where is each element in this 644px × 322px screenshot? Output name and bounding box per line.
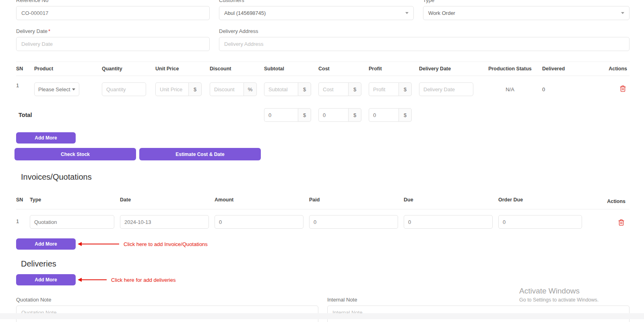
col-header-delivered: Delivered [542,66,594,72]
currency-addon: $ [348,82,361,96]
add-more-item-button[interactable]: Add More [16,132,76,144]
col-header-quantity: Quantity [102,66,155,72]
invoice-order-due-input[interactable] [498,215,582,229]
currency-addon: $ [298,82,311,96]
col-header-subtotal: Subtotal [264,66,318,72]
delivery-date-label-text: Delivery Date [16,28,47,34]
currency-addon: $ [398,82,412,96]
order-form-page: Reference No Customers Abul (145698745) … [0,0,644,319]
invoice-due-input[interactable] [404,215,493,229]
invoices-annotation-text: Click here to add Invoice/Quotations [124,241,208,247]
invoice-due-cell [404,215,498,229]
currency-addon: $ [188,82,202,96]
items-add-more-row: Add More [16,132,630,144]
red-arrow-line [82,244,119,245]
invoice-amount-input[interactable] [215,215,303,229]
col-header-order-due: Order Due [498,197,588,203]
delivery-date-field-group: Delivery Date* [16,28,210,51]
add-more-invoice-button[interactable]: Add More [16,238,76,250]
invoices-table: SN Type Date Amount Paid Due Order Due A… [16,191,630,231]
invoices-add-more-row: Add More Click here to add Invoice/Quota… [16,238,630,250]
invoice-date-cell [120,215,215,229]
invoice-actions-cell [588,215,630,228]
total-profit-cell: $ [369,108,419,122]
delivery-address-field-group: Delivery Address [219,28,630,51]
total-subtotal-input[interactable] [264,108,298,122]
discount-input[interactable] [210,82,244,96]
profit-input[interactable] [369,82,398,96]
col-header-due: Due [404,197,498,203]
delete-item-button[interactable] [619,84,627,94]
stock-buttons-row: Check Stock Estimate Cost & Date [14,148,630,160]
invoice-type-input[interactable] [30,215,114,229]
product-select[interactable]: Please Select [34,82,79,96]
col-header-actions: Actions [588,195,630,204]
reference-no-field-group: Reference No [16,0,210,20]
required-asterisk: * [48,28,50,34]
total-cost-cell: $ [318,108,369,122]
totals-spacer: Total [16,111,264,119]
trash-icon [618,219,625,226]
quantity-input[interactable] [102,82,146,96]
deliveries-title: Deliveries [21,259,630,269]
currency-addon: $ [298,108,311,122]
col-header-profit: Profit [369,66,419,72]
header-fields-row-1: Reference No Customers Abul (145698745) … [16,0,630,20]
production-status-value: N/A [478,86,542,92]
col-header-product: Product [34,66,102,72]
col-header-cost: Cost [318,66,369,72]
unit-price-input[interactable] [155,82,188,96]
invoices-quotations-title: Invoices/Quotations [21,172,630,182]
col-header-amount: Amount [215,197,309,203]
invoice-paid-input[interactable] [309,215,398,229]
item-delivery-date-input[interactable] [419,82,473,96]
item-delivery-date-cell [419,82,478,96]
invoices-table-header: SN Type Date Amount Paid Due Order Due A… [16,191,630,209]
customers-field-group: Customers Abul (145698745) [219,0,414,20]
col-header-actions: Actions [594,66,630,72]
col-header-discount: Discount [210,66,264,72]
col-header-paid: Paid [309,197,404,203]
deliveries-annotation-text: Click here for add deliveries [111,277,175,283]
col-header-type: Type [30,197,120,203]
currency-addon: $ [398,108,412,122]
estimate-cost-date-button[interactable]: Estimate Cost & Date [139,148,261,160]
item-unit-price-cell: $ [155,82,210,96]
type-label: Type [423,0,630,3]
total-cost-input[interactable] [318,108,348,122]
type-selected-value: Work Order [428,10,455,16]
delete-invoice-button[interactable] [617,218,625,228]
check-stock-button[interactable]: Check Stock [14,148,136,160]
quotation-note-label: Quotation Note [16,297,318,303]
customers-selected-value: Abul (145698745) [224,10,266,16]
item-product-cell: Please Select [34,82,102,96]
delivered-value: 0 [542,86,594,92]
type-select[interactable]: Work Order [423,6,630,20]
header-fields-row-2: Delivery Date* Delivery Address [16,28,630,51]
invoice-type-cell [30,215,120,229]
delivery-date-input[interactable] [16,37,210,51]
chevron-down-icon [405,12,409,14]
total-label: Total [16,112,32,118]
page-bottom-edge [0,313,644,319]
order-items-table: SN Product Quantity Unit Price Discount … [16,62,630,122]
col-header-sn: SN [16,66,34,72]
col-header-unit-price: Unit Price [155,66,210,72]
col-header-production-status: Production Status [478,66,542,72]
chevron-down-icon [621,12,624,14]
col-header-date: Date [120,197,215,203]
subtotal-input[interactable] [264,82,298,96]
item-cost-cell: $ [318,82,369,96]
cost-input[interactable] [318,82,348,96]
item-sn: 1 [16,82,34,88]
customers-select[interactable]: Abul (145698745) [219,6,414,20]
reference-no-input[interactable] [16,6,210,20]
type-field-group: Type Work Order [423,0,630,20]
delivery-address-input[interactable] [219,37,630,51]
trash-icon [619,85,626,92]
internal-note-label: Internal Note [327,297,630,303]
invoice-amount-cell [215,215,309,229]
add-more-delivery-button[interactable]: Add More [16,274,76,285]
invoice-date-input[interactable] [120,215,209,229]
total-profit-input[interactable] [369,108,398,122]
